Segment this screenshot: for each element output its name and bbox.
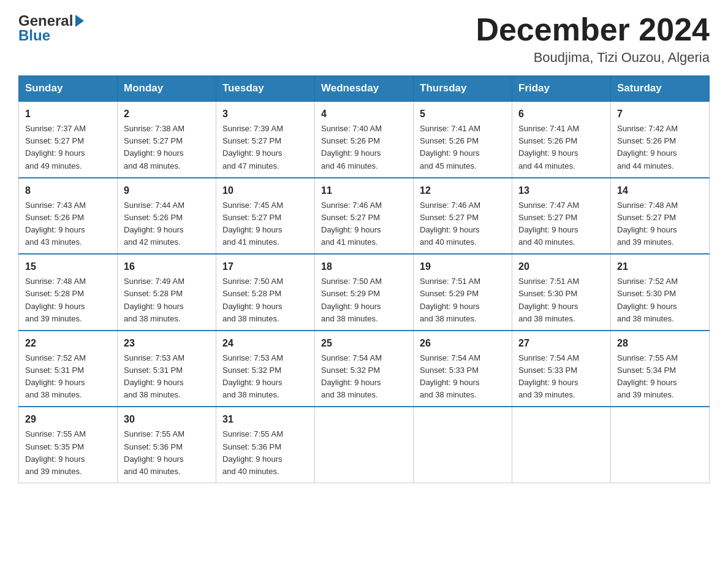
day-number: 9 [124,183,210,198]
logo-line2: Blue [18,27,50,44]
location-subtitle: Boudjima, Tizi Ouzou, Algeria [476,50,710,66]
day-info: Sunrise: 7:46 AMSunset: 5:27 PMDaylight:… [420,201,480,247]
calendar-cell: 3Sunrise: 7:39 AMSunset: 5:27 PMDaylight… [216,101,315,178]
day-info: Sunrise: 7:54 AMSunset: 5:33 PMDaylight:… [518,353,579,399]
day-number: 8 [25,183,111,198]
day-number: 29 [25,412,111,427]
day-info: Sunrise: 7:54 AMSunset: 5:33 PMDaylight:… [420,353,480,399]
calendar-cell: 31Sunrise: 7:55 AMSunset: 5:36 PMDayligh… [216,407,315,483]
day-info: Sunrise: 7:51 AMSunset: 5:29 PMDaylight:… [420,277,480,323]
calendar-header-tuesday: Tuesday [216,76,315,102]
day-number: 5 [420,107,506,121]
calendar-cell: 7Sunrise: 7:42 AMSunset: 5:26 PMDaylight… [611,101,710,178]
calendar-cell: 4Sunrise: 7:40 AMSunset: 5:26 PMDaylight… [315,101,414,178]
day-info: Sunrise: 7:40 AMSunset: 5:26 PMDaylight:… [321,124,382,170]
day-info: Sunrise: 7:47 AMSunset: 5:27 PMDaylight:… [518,201,579,247]
day-info: Sunrise: 7:51 AMSunset: 5:30 PMDaylight:… [518,277,579,323]
day-number: 25 [321,336,407,351]
day-info: Sunrise: 7:53 AMSunset: 5:32 PMDaylight:… [222,353,283,399]
calendar-cell: 22Sunrise: 7:52 AMSunset: 5:31 PMDayligh… [19,331,118,407]
calendar-cell [611,407,710,483]
calendar-cell: 2Sunrise: 7:38 AMSunset: 5:27 PMDaylight… [118,101,216,178]
day-info: Sunrise: 7:41 AMSunset: 5:26 PMDaylight:… [518,124,579,170]
day-number: 1 [25,107,111,121]
calendar-cell: 16Sunrise: 7:49 AMSunset: 5:28 PMDayligh… [118,254,216,331]
calendar-week-row: 8Sunrise: 7:43 AMSunset: 5:26 PMDaylight… [19,178,710,255]
day-number: 26 [420,336,506,351]
day-number: 21 [617,259,703,274]
calendar-cell: 30Sunrise: 7:55 AMSunset: 5:36 PMDayligh… [118,407,216,483]
day-number: 2 [124,107,210,121]
calendar-cell: 8Sunrise: 7:43 AMSunset: 5:26 PMDaylight… [19,178,118,255]
calendar-cell: 6Sunrise: 7:41 AMSunset: 5:26 PMDaylight… [512,101,611,178]
day-number: 27 [518,336,604,351]
day-number: 6 [518,107,604,121]
day-number: 30 [124,412,210,427]
calendar-week-row: 15Sunrise: 7:48 AMSunset: 5:28 PMDayligh… [19,254,710,331]
calendar-cell: 25Sunrise: 7:54 AMSunset: 5:32 PMDayligh… [315,331,414,407]
calendar-cell: 28Sunrise: 7:55 AMSunset: 5:34 PMDayligh… [611,331,710,407]
calendar-header-friday: Friday [512,76,611,102]
calendar-header-saturday: Saturday [611,76,710,102]
day-info: Sunrise: 7:41 AMSunset: 5:26 PMDaylight:… [420,124,480,170]
day-info: Sunrise: 7:55 AMSunset: 5:34 PMDaylight:… [617,353,678,399]
calendar-cell [414,407,512,483]
calendar-cell: 27Sunrise: 7:54 AMSunset: 5:33 PMDayligh… [512,331,611,407]
day-info: Sunrise: 7:53 AMSunset: 5:31 PMDaylight:… [124,353,184,399]
day-number: 31 [222,412,308,427]
calendar-week-row: 22Sunrise: 7:52 AMSunset: 5:31 PMDayligh… [19,331,710,407]
day-info: Sunrise: 7:50 AMSunset: 5:29 PMDaylight:… [321,277,382,323]
calendar-cell: 21Sunrise: 7:52 AMSunset: 5:30 PMDayligh… [611,254,710,331]
day-number: 10 [222,183,308,198]
day-info: Sunrise: 7:55 AMSunset: 5:35 PMDaylight:… [25,429,86,475]
day-number: 14 [617,183,703,198]
calendar-cell: 10Sunrise: 7:45 AMSunset: 5:27 PMDayligh… [216,178,315,255]
day-info: Sunrise: 7:44 AMSunset: 5:26 PMDaylight:… [124,201,184,247]
day-info: Sunrise: 7:52 AMSunset: 5:31 PMDaylight:… [25,353,86,399]
day-info: Sunrise: 7:38 AMSunset: 5:27 PMDaylight:… [124,124,184,170]
calendar-cell: 11Sunrise: 7:46 AMSunset: 5:27 PMDayligh… [315,178,414,255]
calendar-cell: 17Sunrise: 7:50 AMSunset: 5:28 PMDayligh… [216,254,315,331]
day-number: 16 [124,259,210,274]
calendar-cell: 20Sunrise: 7:51 AMSunset: 5:30 PMDayligh… [512,254,611,331]
calendar-header-row: SundayMondayTuesdayWednesdayThursdayFrid… [19,76,710,102]
day-number: 18 [321,259,407,274]
day-info: Sunrise: 7:46 AMSunset: 5:27 PMDaylight:… [321,201,382,247]
calendar-cell: 19Sunrise: 7:51 AMSunset: 5:29 PMDayligh… [414,254,512,331]
day-number: 12 [420,183,506,198]
day-number: 3 [222,107,308,121]
day-info: Sunrise: 7:37 AMSunset: 5:27 PMDaylight:… [25,124,86,170]
day-number: 22 [25,336,111,351]
calendar-cell: 18Sunrise: 7:50 AMSunset: 5:29 PMDayligh… [315,254,414,331]
day-info: Sunrise: 7:49 AMSunset: 5:28 PMDaylight:… [124,277,184,323]
calendar-header-monday: Monday [118,76,216,102]
day-info: Sunrise: 7:48 AMSunset: 5:27 PMDaylight:… [617,201,678,247]
day-info: Sunrise: 7:42 AMSunset: 5:26 PMDaylight:… [617,124,678,170]
calendar-cell: 5Sunrise: 7:41 AMSunset: 5:26 PMDaylight… [414,101,512,178]
day-number: 20 [518,259,604,274]
calendar-week-row: 29Sunrise: 7:55 AMSunset: 5:35 PMDayligh… [19,407,710,483]
day-number: 7 [617,107,703,121]
logo-arrow-icon [75,15,84,27]
calendar-table: SundayMondayTuesdayWednesdayThursdayFrid… [18,75,710,483]
calendar-cell: 9Sunrise: 7:44 AMSunset: 5:26 PMDaylight… [118,178,216,255]
calendar-cell: 14Sunrise: 7:48 AMSunset: 5:27 PMDayligh… [611,178,710,255]
calendar-cell: 1Sunrise: 7:37 AMSunset: 5:27 PMDaylight… [19,101,118,178]
calendar-header-thursday: Thursday [414,76,512,102]
calendar-header-wednesday: Wednesday [315,76,414,102]
day-number: 28 [617,336,703,351]
day-info: Sunrise: 7:54 AMSunset: 5:32 PMDaylight:… [321,353,382,399]
day-info: Sunrise: 7:55 AMSunset: 5:36 PMDaylight:… [222,429,283,475]
day-number: 17 [222,259,308,274]
day-number: 4 [321,107,407,121]
day-info: Sunrise: 7:39 AMSunset: 5:27 PMDaylight:… [222,124,283,170]
calendar-cell: 23Sunrise: 7:53 AMSunset: 5:31 PMDayligh… [118,331,216,407]
calendar-cell: 24Sunrise: 7:53 AMSunset: 5:32 PMDayligh… [216,331,315,407]
calendar-header-sunday: Sunday [19,76,118,102]
calendar-cell: 26Sunrise: 7:54 AMSunset: 5:33 PMDayligh… [414,331,512,407]
logo: General Blue [18,12,84,44]
page-header: General Blue December 2024 Boudjima, Tiz… [18,12,710,66]
day-number: 15 [25,259,111,274]
calendar-cell [315,407,414,483]
day-number: 23 [124,336,210,351]
